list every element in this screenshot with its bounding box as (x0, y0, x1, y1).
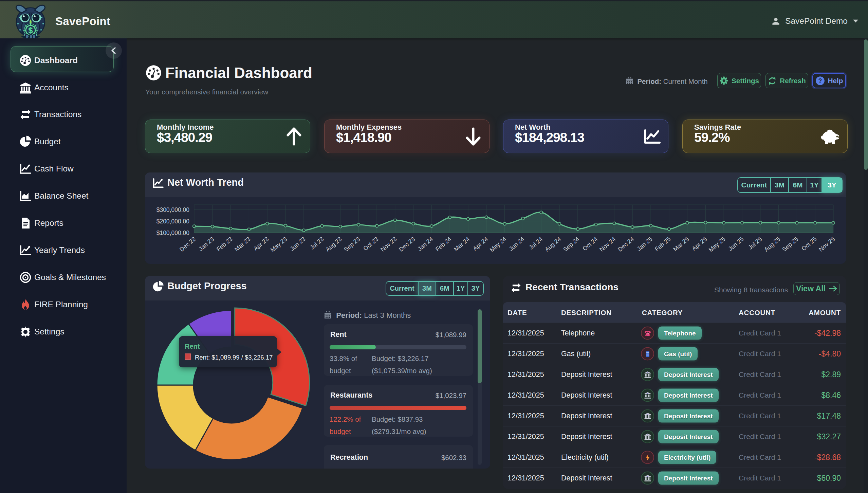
svg-text:Jun 23: Jun 23 (289, 236, 307, 252)
svg-text:Sep 24: Sep 24 (562, 236, 581, 253)
svg-text:Jul 23: Jul 23 (309, 236, 325, 251)
svg-text:Sep 23: Sep 23 (343, 236, 361, 253)
svg-text:Jun 25: Jun 25 (727, 236, 745, 252)
svg-text:Aug 23: Aug 23 (324, 236, 343, 253)
svg-text:Sep 25: Sep 25 (781, 236, 799, 253)
svg-text:Nov 24: Nov 24 (598, 236, 617, 253)
svg-text:Feb 23: Feb 23 (215, 236, 234, 253)
svg-text:Jul 25: Jul 25 (747, 236, 763, 251)
svg-text:Dec 22: Dec 22 (178, 236, 197, 253)
svg-text:May 24: May 24 (488, 236, 508, 253)
svg-text:Mar 23: Mar 23 (233, 236, 252, 253)
svg-text:Aug 25: Aug 25 (763, 236, 781, 253)
svg-text:Dec 23: Dec 23 (398, 236, 416, 253)
svg-text:$200,000.00: $200,000.00 (156, 218, 190, 225)
svg-text:Mar 25: Mar 25 (672, 236, 690, 253)
svg-text:$100,000.00: $100,000.00 (156, 230, 190, 236)
svg-text:May 25: May 25 (707, 236, 727, 253)
svg-text:?: ? (818, 77, 822, 84)
svg-text:$: $ (28, 26, 33, 35)
svg-text:Aug 24: Aug 24 (543, 236, 562, 253)
svg-text:Oct 23: Oct 23 (362, 236, 380, 252)
svg-text:Mar 24: Mar 24 (453, 236, 471, 253)
svg-text:Apr 24: Apr 24 (472, 236, 490, 252)
svg-text:Feb 25: Feb 25 (653, 236, 672, 253)
svg-text:$300,000.00: $300,000.00 (156, 206, 190, 213)
svg-text:Nov 23: Nov 23 (379, 236, 398, 253)
svg-text:Jan 25: Jan 25 (635, 236, 653, 252)
svg-text:May 23: May 23 (269, 236, 289, 253)
svg-text:Oct 24: Oct 24 (581, 236, 599, 252)
svg-text:Jul 24: Jul 24 (528, 236, 544, 251)
svg-text:Jun 24: Jun 24 (507, 236, 525, 252)
svg-text:Apr 25: Apr 25 (690, 236, 708, 252)
svg-text:Jan 23: Jan 23 (197, 236, 215, 252)
svg-text:Feb 24: Feb 24 (434, 236, 453, 253)
svg-text:Oct 25: Oct 25 (800, 236, 818, 252)
svg-text:Nov 25: Nov 25 (817, 236, 836, 253)
svg-text:Apr 23: Apr 23 (252, 236, 270, 252)
svg-text:Dec 24: Dec 24 (616, 236, 635, 253)
svg-text:Jan 24: Jan 24 (416, 236, 434, 252)
